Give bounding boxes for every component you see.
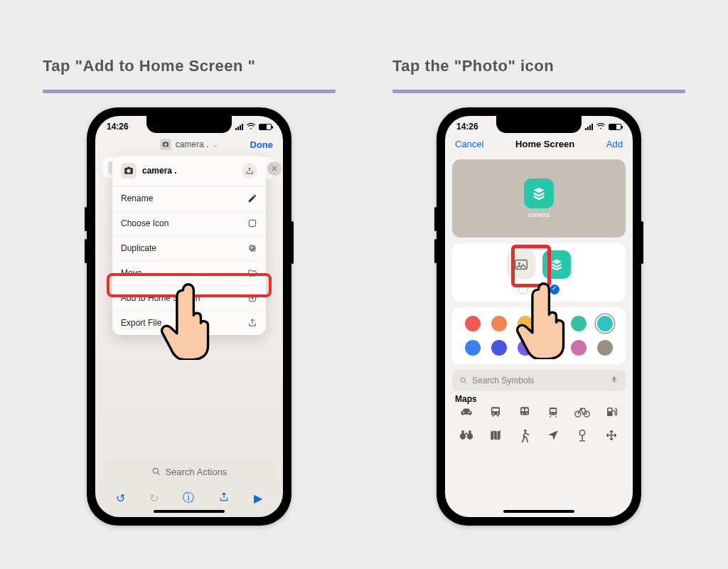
tram-icon[interactable]	[546, 405, 560, 422]
svg-point-34	[579, 430, 585, 436]
svg-rect-17	[525, 409, 528, 412]
svg-point-4	[153, 468, 158, 473]
right-step: Tap the "Photo" icon 14:26 Canc	[392, 57, 685, 569]
svg-point-33	[524, 430, 527, 432]
menu-choose-icon[interactable]: Choose Icon	[112, 211, 266, 235]
color-swatch[interactable]	[465, 316, 481, 331]
svg-point-23	[555, 413, 556, 414]
status-time: 14:26	[456, 122, 478, 132]
svg-point-6	[518, 262, 520, 265]
location-arrow-icon[interactable]	[547, 429, 560, 447]
wifi-icon	[246, 122, 256, 132]
share-bottom-icon[interactable]	[218, 491, 230, 506]
search-icon	[151, 467, 161, 477]
cancel-button[interactable]: Cancel	[455, 139, 483, 149]
svg-rect-21	[551, 409, 557, 412]
add-home-icon	[247, 293, 257, 303]
left-heading: Tap "Add to Home Screen "	[43, 57, 336, 75]
color-swatch[interactable]	[571, 340, 587, 356]
svg-point-11	[493, 413, 494, 414]
symbol-search[interactable]: Search Symbols	[452, 370, 626, 391]
svg-point-28	[460, 433, 466, 439]
notch	[496, 116, 582, 133]
share-icon[interactable]	[242, 163, 257, 179]
bottom-toolbar: ↺ ↻ ⓘ ▶	[95, 488, 283, 509]
search-actions[interactable]: Search Actions	[104, 459, 274, 484]
tap-hand-icon	[513, 281, 573, 359]
wifi-icon	[596, 122, 606, 132]
add-button[interactable]: Add	[606, 139, 623, 149]
svg-point-19	[526, 413, 528, 414]
app-preview-label: camera	[528, 211, 550, 218]
clear-icon[interactable]: ✕	[267, 161, 282, 176]
tap-hand-icon	[158, 282, 218, 360]
fuel-icon[interactable]	[605, 405, 618, 422]
divider	[392, 90, 685, 93]
battery-icon	[259, 124, 272, 130]
color-swatch[interactable]	[571, 316, 587, 331]
svg-point-18	[522, 413, 523, 414]
shortcut-title-row: camera . ⌄ Done	[95, 132, 283, 156]
home-preview: camera	[452, 159, 626, 238]
battery-icon	[609, 124, 621, 130]
svg-rect-0	[249, 220, 255, 226]
color-swatch[interactable]	[597, 340, 613, 356]
nav-row: Cancel Home Screen Add	[445, 132, 633, 156]
svg-rect-10	[492, 409, 498, 412]
icon-chooser-icon	[247, 218, 257, 228]
phone-left: 14:26 camera . ⌄ Done	[87, 107, 291, 526]
phone-right: 14:26 Cancel Home Screen Add	[437, 107, 641, 526]
camera-icon	[121, 163, 136, 179]
play-icon[interactable]: ▶	[254, 491, 262, 505]
map-icon[interactable]	[489, 429, 502, 447]
color-swatch[interactable]	[465, 340, 481, 356]
duplicate-icon	[247, 243, 257, 253]
status-time: 14:26	[107, 122, 129, 132]
bike-icon[interactable]	[574, 405, 590, 422]
symbol-grid	[452, 405, 626, 447]
car-icon[interactable]	[459, 405, 473, 422]
color-swatch[interactable]	[597, 316, 613, 331]
home-indicator	[154, 510, 225, 513]
search-icon	[459, 376, 468, 385]
menu-duplicate[interactable]: Duplicate	[112, 235, 266, 260]
svg-rect-13	[492, 415, 493, 417]
pin-icon[interactable]	[576, 429, 589, 447]
color-swatch[interactable]	[491, 316, 507, 331]
app-preview-icon	[524, 179, 554, 208]
shortcut-title: camera .	[176, 139, 209, 149]
menu-title: camera .	[142, 166, 177, 176]
done-button[interactable]: Done	[250, 139, 274, 150]
move-icon[interactable]	[605, 429, 618, 447]
signal-icon	[585, 124, 593, 130]
walk-icon[interactable]	[520, 429, 530, 447]
divider	[43, 90, 336, 93]
left-step: Tap "Add to Home Screen " 14:26	[43, 57, 336, 569]
svg-rect-32	[466, 433, 468, 435]
symbols-category-header: Maps	[455, 394, 623, 404]
menu-rename[interactable]: Rename	[112, 186, 266, 211]
svg-rect-31	[469, 430, 471, 434]
binoculars-icon[interactable]	[459, 429, 473, 447]
undo-icon[interactable]: ↺	[116, 491, 125, 505]
svg-point-29	[467, 433, 473, 439]
signal-icon	[235, 124, 243, 130]
right-heading: Tap the "Photo" icon	[392, 57, 685, 75]
export-icon	[247, 318, 257, 328]
svg-rect-14	[497, 415, 498, 417]
bus2-icon[interactable]	[518, 405, 532, 422]
color-swatch[interactable]	[491, 340, 507, 356]
glyph-source-button[interactable]	[542, 250, 571, 279]
photo-source-button[interactable]	[507, 250, 535, 279]
redo-icon: ↻	[149, 491, 159, 505]
notch	[146, 116, 232, 133]
pencil-icon	[247, 193, 257, 203]
bus-icon[interactable]	[488, 405, 503, 422]
info-icon[interactable]: ⓘ	[183, 491, 194, 506]
svg-point-22	[551, 413, 552, 414]
svg-point-7	[461, 378, 465, 382]
svg-rect-27	[608, 409, 611, 412]
chevron-down-icon: ⌄	[213, 141, 218, 148]
mic-icon[interactable]	[610, 376, 619, 386]
svg-point-12	[497, 413, 498, 414]
